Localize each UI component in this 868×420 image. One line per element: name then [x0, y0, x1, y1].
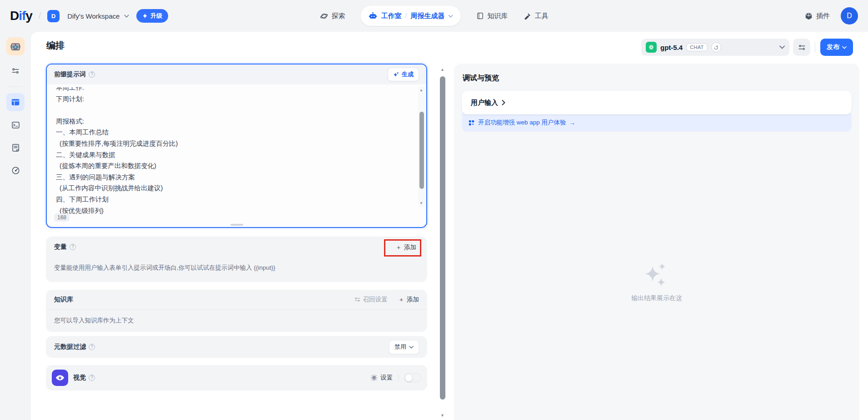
current-app-name[interactable]: 周报生成器 [410, 12, 444, 20]
prefix-prompt-panel: 前缀提示词 ? 生成 本周工作: 下周计划: 周报格式: 一、本周工作总结 (按… [46, 64, 427, 228]
prompt-scrollbar-thumb[interactable] [419, 112, 424, 189]
config-scrollbar[interactable]: ▲ ▼ [439, 67, 447, 418]
workspace-chevron-down-icon[interactable] [124, 15, 129, 18]
variables-description: 变量能使用用户输入表单引入提示词或开场白,你可以试试在提示词中输入 {{inpu… [54, 264, 275, 272]
publish-button[interactable]: 发布 [820, 39, 853, 56]
model-name: gpt-5.4 [660, 44, 683, 51]
publish-label: 发布 [827, 43, 839, 51]
add-knowledge-label: 添加 [407, 296, 419, 304]
knowledge-label: 知识库 [487, 12, 508, 20]
main-panel: 编排 gpt-5.4 CHAT 发布 前缀提示词 ? [31, 32, 868, 420]
add-knowledge-button[interactable]: ＋ 添加 [399, 296, 419, 304]
model-selector[interactable]: gpt-5.4 CHAT [641, 39, 789, 56]
dify-app-window: Dify / D Dify's Workspace 升级 探索 工作室 / 周报… [0, 0, 868, 420]
nav-item-studio[interactable]: 工作室 [381, 12, 402, 20]
toggle-knob [405, 375, 412, 381]
variables-info-icon[interactable]: ? [70, 244, 76, 250]
upgrade-button[interactable]: 升级 [136, 9, 168, 23]
vision-info-icon[interactable]: ? [89, 375, 95, 381]
add-variable-button[interactable]: ＋ 添加 [396, 243, 417, 252]
banner-text: 开启功能增强 web app 用户体验 [478, 119, 566, 127]
openai-model-icon [646, 42, 657, 53]
robot-icon [369, 11, 378, 20]
nav-item-tools[interactable]: 工具 [523, 12, 548, 20]
dify-logo[interactable]: Dify [10, 9, 32, 23]
scroll-down-arrow-icon[interactable]: ▼ [419, 201, 423, 205]
nav-item-plugins[interactable]: 插件 [804, 12, 830, 20]
workspace-avatar[interactable]: D [47, 10, 60, 22]
model-chevron-down-icon[interactable] [779, 45, 785, 49]
prompt-resize-handle[interactable] [230, 224, 243, 226]
prefix-prompt-header: 前缀提示词 ? 生成 [47, 64, 426, 84]
prompt-info-icon[interactable]: ? [89, 71, 95, 78]
prefix-prompt-title: 前缀提示词 [54, 70, 86, 79]
add-variable-label: 添加 [404, 243, 416, 252]
rail-monitoring-tab[interactable] [6, 161, 25, 179]
model-type-badge: CHAT [686, 43, 707, 51]
app-avatar-robot[interactable] [6, 37, 25, 55]
explore-label: 探索 [332, 12, 345, 20]
debug-preview-panel: 调试与预览 用户输入 开启功能增强 web app 用户体验 → [454, 64, 859, 420]
scroll-up-arrow-icon[interactable]: ▲ [440, 67, 444, 72]
plus-icon: ＋ [396, 243, 402, 252]
upgrade-label: 升级 [150, 12, 162, 20]
vision-section: 视觉 ? 设置 [46, 365, 427, 390]
nav-item-explore[interactable]: 探索 [320, 12, 345, 20]
app-chevron-down-icon[interactable] [448, 15, 453, 18]
user-input-card[interactable]: 用户输入 [462, 91, 852, 114]
config-scrollbar-thumb[interactable] [440, 76, 445, 400]
variables-title: 变量 [54, 243, 67, 251]
hammer-icon [523, 12, 531, 20]
header-divider [815, 42, 815, 53]
recall-settings-button[interactable]: 召回设置 [354, 296, 388, 304]
prompt-scrollbar[interactable]: ▲ ▼ [418, 86, 425, 207]
workspace-name[interactable]: Dify's Workspace [67, 12, 120, 20]
generate-label: 生成 [402, 70, 414, 79]
rail-app-settings[interactable] [6, 62, 25, 80]
pill-slash-icon: / [405, 12, 407, 20]
prompt-editor[interactable]: 本周工作: 下周计划: 周报格式: 一、本周工作总结 (按重要性排序,每项注明完… [56, 87, 407, 224]
metadata-filter-value: 禁用 [394, 343, 406, 351]
vision-settings-button[interactable]: 设置 [370, 374, 393, 382]
prompt-text[interactable]: 本周工作: 下周计划: 周报格式: 一、本周工作总结 (按重要性排序,每项注明完… [56, 87, 407, 216]
features-grid-icon [468, 119, 475, 126]
rail-orchestrate-tab[interactable] [6, 93, 25, 111]
sparkles-icon [643, 262, 671, 289]
vision-divider [398, 374, 399, 381]
left-icon-rail [0, 32, 31, 420]
explore-planet-icon [320, 12, 329, 20]
vision-eye-icon [52, 370, 68, 386]
tools-label: 工具 [534, 12, 548, 20]
generate-button[interactable]: 生成 [388, 68, 419, 81]
output-empty-hint: 输出结果展示在这 [631, 294, 682, 302]
output-empty-state: 输出结果展示在这 [631, 262, 682, 302]
rail-divider [9, 86, 22, 87]
model-refresh-icon[interactable] [711, 42, 721, 52]
rail-api-tab[interactable] [6, 116, 25, 134]
metadata-filter-dropdown[interactable]: 禁用 [389, 340, 419, 354]
logo-text: Dify [10, 9, 32, 23]
model-parameters-button[interactable] [793, 39, 810, 56]
cube-icon [804, 12, 813, 20]
rail-logs-tab[interactable] [6, 138, 25, 157]
vision-settings-label: 设置 [380, 374, 393, 382]
char-count-badge: 168 [54, 213, 70, 222]
metadata-filter-info-icon[interactable]: ? [89, 344, 95, 350]
vision-toggle[interactable] [404, 373, 421, 382]
user-avatar[interactable]: D [841, 7, 858, 25]
vision-title: 视觉 [73, 374, 86, 382]
knowledge-title: 知识库 [54, 296, 73, 304]
plugins-label: 插件 [816, 12, 830, 20]
scroll-down-arrow-icon[interactable]: ▼ [440, 413, 444, 418]
sparkle-icon [142, 13, 148, 19]
recall-settings-label: 召回设置 [363, 296, 388, 304]
arrow-right-icon: → [569, 119, 576, 126]
debug-preview-title: 调试与预览 [463, 74, 499, 83]
variables-section: 变量 ? ＋ 添加 变量能使用用户输入表单引入提示词或开场白,你可以试试在提示词… [46, 237, 427, 282]
nav-item-knowledge[interactable]: 知识库 [476, 12, 508, 20]
nav-studio-pill[interactable]: 工作室 / 周报生成器 [361, 6, 461, 26]
metadata-filter-section: 元数据过滤 ? 禁用 [46, 336, 427, 358]
nav-left-cluster: Dify / D Dify's Workspace 升级 [10, 9, 168, 23]
scroll-up-arrow-icon[interactable]: ▲ [419, 88, 423, 92]
metadata-filter-title: 元数据过滤 [54, 343, 86, 351]
